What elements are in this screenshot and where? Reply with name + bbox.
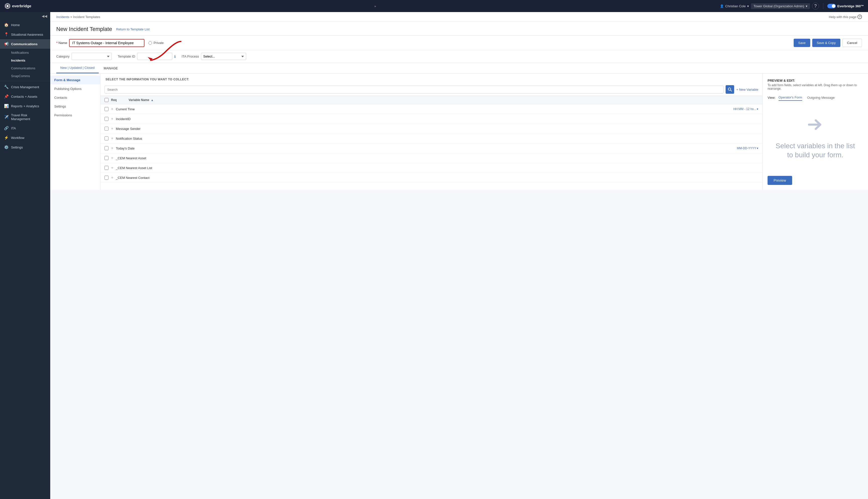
app-logo[interactable]: everbridge (4, 2, 32, 10)
var-check-cem-nearest-asset-list[interactable] (104, 166, 109, 170)
sidebar-item-contacts-assets[interactable]: 📌 Contacts + Assets (0, 92, 50, 101)
var-check-cem-nearest-contact[interactable] (104, 175, 109, 180)
var-format-todays-date[interactable]: MM-DD-YYYY ▾ (737, 146, 758, 150)
sidebar-item-crisis-management[interactable]: 🔧 Crisis Management (0, 82, 50, 92)
tab-new-updated-closed[interactable]: New | Updated | Closed (56, 63, 99, 73)
var-plus-message-sender[interactable]: + (111, 126, 113, 131)
sidebar-item-home[interactable]: 🏠 Home (0, 20, 50, 30)
preview-title: PREVIEW & EDIT: (768, 78, 863, 82)
help-page-link[interactable]: Help with this page ? (829, 15, 862, 19)
app-body: ◀◀ 🏠 Home 📍 Situational Awareness 📢 Comm… (0, 12, 868, 499)
sidebar-item-reports-analytics[interactable]: 📊 Reports + Analytics (0, 101, 50, 111)
var-plus-notification-status[interactable]: + (111, 136, 113, 141)
name-label: * Name (56, 41, 67, 45)
new-variable-button[interactable]: + New Variable (736, 88, 758, 92)
user-menu[interactable]: 👤 Christian Cole ▾ (720, 4, 749, 8)
var-check-message-sender[interactable] (104, 126, 109, 131)
var-plus-current-time[interactable]: + (111, 107, 113, 111)
var-check-todays-date[interactable] (104, 146, 109, 150)
sidebar-collapse-button[interactable]: ◀◀ (42, 14, 47, 18)
name-input[interactable] (69, 39, 145, 47)
select-all-checkbox[interactable] (104, 98, 109, 102)
save-copy-button[interactable]: Save & Copy (812, 39, 840, 47)
template-id-field-group: Template ID ℹ (118, 53, 176, 60)
category-label: Category (56, 54, 70, 58)
ita-process-label: ITA Process (182, 54, 199, 58)
left-panel: Form & Message Publishing Options Contac… (50, 74, 100, 190)
var-row-cem-nearest-contact: + _CEM Nearest Contact (100, 173, 762, 183)
header-actions: Save Save & Copy Cancel (794, 39, 862, 47)
return-to-template-list-link[interactable]: Return to Template List (116, 27, 149, 31)
cancel-button[interactable]: Cancel (842, 39, 862, 47)
sidebar-sub-item-notifications[interactable]: Notifications (0, 49, 50, 57)
arrow-left-icon (805, 116, 825, 136)
left-panel-form-message[interactable]: Form & Message (50, 76, 100, 84)
expand-nav-icon[interactable]: » (374, 4, 376, 8)
contacts-assets-icon: 📌 (4, 94, 9, 99)
template-id-info-icon[interactable]: ℹ (174, 54, 176, 59)
sidebar-item-workflow[interactable]: ⚡ Workflow (0, 133, 50, 143)
var-name-cem-nearest-asset-list: _CEM Nearest Asset List (116, 166, 758, 170)
var-format-current-time[interactable]: HH:MM - 12 ho... ▾ (733, 107, 758, 111)
sidebar-sub-item-communications-sub[interactable]: Communications (0, 64, 50, 72)
preview-button[interactable]: Preview (768, 176, 792, 185)
var-row-cem-nearest-asset-list: + _CEM Nearest Asset List (100, 163, 762, 173)
sidebar-item-situational-awareness[interactable]: 📍 Situational Awareness (0, 30, 50, 39)
e360-label: Everbridge 360™ (838, 4, 864, 8)
page-header: New Incident Template Return to Template… (50, 22, 868, 36)
sidebar: ◀◀ 🏠 Home 📍 Situational Awareness 📢 Comm… (0, 12, 50, 499)
template-id-label: Template ID (118, 54, 135, 58)
org-menu[interactable]: Tower Global (Organization Admin) ▾ (751, 3, 810, 9)
search-input[interactable] (104, 86, 723, 94)
col-name-sort-icon[interactable]: ▲ (151, 98, 153, 101)
ita-process-select[interactable]: Select... (201, 53, 246, 60)
sidebar-label-settings: Settings (11, 145, 23, 149)
left-panel-contacts[interactable]: Contacts (50, 93, 100, 102)
sidebar-item-settings[interactable]: ⚙️ Settings (0, 143, 50, 152)
breadcrumb-parent[interactable]: Incidents (56, 15, 69, 19)
var-check-incident-id[interactable] (104, 117, 109, 121)
help-button[interactable]: ? (812, 2, 819, 10)
crisis-management-icon: 🔧 (4, 85, 9, 89)
variable-table-header: Req Variable Name ▲ (100, 96, 762, 104)
private-radio[interactable] (148, 41, 152, 45)
var-plus-incident-id[interactable]: + (111, 117, 113, 121)
var-name-notification-status: Notification Status (116, 137, 758, 141)
template-id-input[interactable] (137, 53, 172, 60)
tab-operators-form[interactable]: Operator's Form (779, 95, 802, 101)
sidebar-sub-item-incidents[interactable]: Incidents (0, 57, 50, 64)
e360-toggle[interactable]: Everbridge 360™ (827, 4, 864, 8)
var-check-notification-status[interactable] (104, 136, 109, 141)
var-check-current-time[interactable] (104, 107, 109, 111)
sidebar-item-travel-risk[interactable]: ✈️ Travel Risk Management (0, 111, 50, 123)
var-plus-cem-nearest-contact[interactable]: + (111, 175, 113, 180)
sidebar-item-ita[interactable]: 🔗 ITA (0, 123, 50, 133)
content-area: Form & Message Publishing Options Contac… (50, 74, 868, 190)
sidebar-label-incidents: Incidents (11, 59, 25, 62)
tab-manage[interactable]: MANAGE (100, 63, 122, 73)
category-select[interactable] (72, 53, 112, 60)
var-check-cem-nearest-asset[interactable] (104, 156, 109, 160)
search-button[interactable] (726, 85, 734, 94)
user-name: Christian Cole (726, 4, 746, 8)
var-plus-cem-nearest-asset[interactable]: + (111, 156, 113, 160)
left-panel-permissions[interactable]: Permissions (50, 111, 100, 120)
tab-outgoing-message[interactable]: Outgoing Message (807, 95, 834, 100)
var-row-cem-nearest-asset: + _CEM Nearest Asset (100, 153, 762, 163)
left-panel-settings[interactable]: Settings (50, 102, 100, 111)
empty-state-text: Select variables in the list to build yo… (772, 142, 858, 160)
var-name-current-time: Current Time (116, 107, 731, 111)
toggle-switch[interactable] (827, 4, 836, 8)
user-icon: 👤 (720, 4, 724, 8)
save-button[interactable]: Save (794, 39, 810, 47)
nav-right: 👤 Christian Cole ▾ Tower Global (Organiz… (720, 2, 864, 10)
var-name-incident-id: IncidentID (116, 117, 758, 121)
middle-panel: SELECT THE INFORMATION YOU WANT TO COLLE… (100, 74, 762, 190)
breadcrumb-bar: Incidents > Incident Templates Help with… (50, 12, 868, 22)
sidebar-collapse: ◀◀ (0, 12, 50, 20)
var-plus-todays-date[interactable]: + (111, 146, 113, 150)
left-panel-publishing-options[interactable]: Publishing Options (50, 84, 100, 93)
var-plus-cem-nearest-asset-list[interactable]: + (111, 166, 113, 170)
sidebar-sub-item-snapcomms[interactable]: SnapComms (0, 72, 50, 80)
sidebar-item-communications[interactable]: 📢 Communications (0, 39, 50, 49)
